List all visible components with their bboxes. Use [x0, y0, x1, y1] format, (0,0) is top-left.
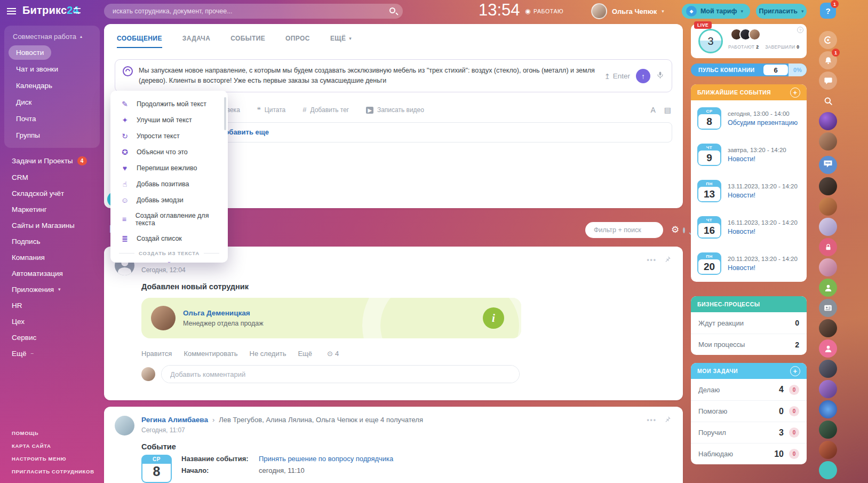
sidebar-item[interactable]: Маркетинг	[12, 201, 92, 217]
live-status-card[interactable]: LIVE 3 РАБОТАЮТ2 ЗАВЕРШИЛИ0 ?	[691, 24, 807, 58]
message-text[interactable]: Мы запускаем новое направление, с которы…	[139, 66, 598, 86]
group-chat-icon[interactable]	[819, 156, 837, 174]
user-avatar[interactable]	[115, 416, 134, 436]
avatar[interactable]	[819, 319, 837, 337]
menu-settings-icon[interactable]	[74, 8, 81, 13]
avatar[interactable]	[748, 28, 761, 41]
post-action-link[interactable]: Не следить	[250, 350, 286, 358]
post-recipients[interactable]: Лев Трегубов, Алина Лялина, Ольга Чепюк …	[219, 416, 423, 424]
event-list-item[interactable]: ЧТ 16 16.11.2023, 13:20 - 14:20 Новости!	[691, 209, 807, 246]
company-pulse-bar[interactable]: ПУЛЬС КОМПАНИИ 6 0%	[691, 64, 807, 76]
sidebar-item[interactable]: Подпись	[12, 233, 92, 249]
sidebar-footer-link[interactable]: ПРИГЛАСИТЬ СОТРУДНИКОВ	[12, 469, 94, 474]
messenger-icon[interactable]	[819, 72, 837, 90]
avatar[interactable]	[819, 112, 837, 130]
avatar[interactable]	[819, 258, 837, 276]
event-link[interactable]: Новости!	[728, 155, 786, 163]
sidebar-item[interactable]: Сайты и Магазины	[12, 217, 92, 233]
copilot-menu-item[interactable]: Добавь позитива	[110, 176, 228, 192]
avatar[interactable]	[819, 360, 837, 378]
post-action-link[interactable]: Комментировать	[184, 350, 237, 358]
filter-input[interactable]	[587, 226, 683, 234]
more-options-icon[interactable]: •••	[647, 256, 657, 264]
sidebar-item[interactable]: Сервис	[12, 329, 92, 345]
avatar[interactable]	[819, 132, 837, 151]
new-employee-card[interactable]: Ольга Деменицкая Менеджер отдела продаж …	[141, 298, 521, 338]
sidebar-item[interactable]: Почта	[4, 110, 100, 127]
add-task-button[interactable]: +	[790, 366, 800, 376]
layout-panel-icon[interactable]: ▤	[664, 106, 671, 114]
work-status[interactable]: ◉РАБОТАЮ	[525, 7, 563, 15]
menu-hamburger-icon[interactable]	[7, 8, 16, 14]
post-action-link[interactable]: Ещё	[298, 350, 312, 358]
global-search-input[interactable]	[104, 4, 403, 19]
event-list-item[interactable]: СР 8 сегодня, 13:00 - 14:00 Обсудим през…	[691, 100, 807, 137]
feed-filter[interactable]	[585, 222, 663, 238]
avatar[interactable]	[819, 421, 837, 439]
process-row[interactable]: Мои процессы 2	[691, 334, 807, 355]
avatar[interactable]	[819, 441, 837, 459]
process-row[interactable]: Ждут реакции 0	[691, 312, 807, 334]
more-options-icon[interactable]: •••	[647, 416, 657, 424]
event-link[interactable]: Новости!	[728, 228, 798, 235]
invite-button[interactable]: Пригласить ▾	[756, 4, 807, 19]
toolbar-item[interactable]: Записать видео	[366, 106, 424, 114]
event-link[interactable]: Новости!	[728, 264, 798, 272]
toolbar-item[interactable]: Добавить тег	[302, 106, 349, 114]
copilot-icon[interactable]	[819, 31, 837, 49]
task-row[interactable]: Делаю 4 0	[691, 379, 807, 400]
sidebar-item[interactable]: Календарь	[4, 77, 100, 94]
global-search[interactable]	[104, 4, 403, 19]
comment-input[interactable]	[162, 366, 519, 383]
search-icon[interactable]	[389, 7, 395, 13]
text-format-icon[interactable]: A	[650, 106, 655, 114]
user-icon[interactable]	[819, 279, 837, 297]
avatar[interactable]	[819, 380, 837, 398]
user-icon[interactable]	[819, 339, 837, 358]
avatar[interactable]	[819, 177, 837, 195]
post-action-link[interactable]: Нравится	[141, 350, 172, 358]
scrollbar[interactable]	[224, 97, 226, 130]
composer-tab[interactable]: СОБЫТИЕ	[230, 35, 265, 48]
sidebar-item[interactable]: Группы	[4, 127, 100, 144]
notifications-icon[interactable]: 1	[819, 51, 837, 69]
task-row[interactable]: Наблюдаю 10 0	[691, 443, 807, 464]
avatar[interactable]	[819, 197, 837, 216]
comment-field[interactable]	[161, 365, 520, 383]
sidebar-footer-link[interactable]: КАРТА САЙТА	[12, 443, 94, 449]
sidebar-item[interactable]: Компания	[12, 249, 92, 265]
copilot-menu-item[interactable]: Улучши мой текст	[110, 112, 228, 128]
my-tariff-button[interactable]: ◆ Мой тариф ▾	[682, 4, 750, 19]
avatar[interactable]	[819, 400, 837, 418]
avatar[interactable]	[151, 306, 176, 330]
avatar[interactable]	[819, 461, 837, 479]
sidebar-group-title[interactable]: Совместная работа ▴	[4, 28, 100, 44]
add-event-button[interactable]: +	[790, 88, 800, 98]
task-row[interactable]: Поручил 3 0	[691, 422, 807, 443]
contact-card-icon[interactable]	[819, 299, 837, 317]
copilot-menu-item[interactable]: Создай оглавление для текста	[110, 208, 228, 231]
sidebar-item[interactable]: Диск	[4, 94, 100, 110]
event-link[interactable]: Новости!	[728, 192, 798, 199]
copilot-icon[interactable]	[123, 66, 133, 76]
event-name-link[interactable]: Принять решение по вопросу подрядчика	[259, 455, 393, 463]
copilot-menu-item[interactable]: Перепиши вежливо	[110, 160, 228, 176]
employee-name-link[interactable]: Ольга Деменицкая	[183, 309, 264, 317]
bitrix24-logo[interactable]: Битрикс24	[22, 4, 79, 17]
event-list-item[interactable]: ПН 13 13.11.2023, 13:20 - 14:20 Новости!	[691, 173, 807, 209]
secret-chat-icon[interactable]	[819, 238, 837, 256]
send-arrow-button[interactable]: ↑	[636, 69, 650, 83]
event-list-item[interactable]: ПН 20 20.11.2023, 13:20 - 14:20 Новости!	[691, 246, 807, 282]
copilot-menu-item[interactable]: Добавь эмодзи	[110, 192, 228, 208]
composer-tab[interactable]: ЗАДАЧА	[182, 35, 210, 48]
sidebar-item[interactable]: Ещё –	[12, 345, 92, 361]
event-link[interactable]: Обсудим презентацию	[728, 119, 798, 126]
scroll-more-icon[interactable]: ⌄	[110, 258, 228, 263]
message-input-area[interactable]: Мы запускаем новое направление, с которы…	[115, 59, 672, 92]
gear-icon[interactable]: ⚙	[671, 224, 679, 235]
help-icon[interactable]: ?	[797, 27, 803, 33]
sidebar-item[interactable]: Цех	[12, 313, 92, 329]
sidebar-item[interactable]: CRM	[12, 169, 92, 185]
avatar[interactable]	[819, 218, 837, 236]
copilot-menu-item[interactable]: Упрости текст	[110, 128, 228, 144]
